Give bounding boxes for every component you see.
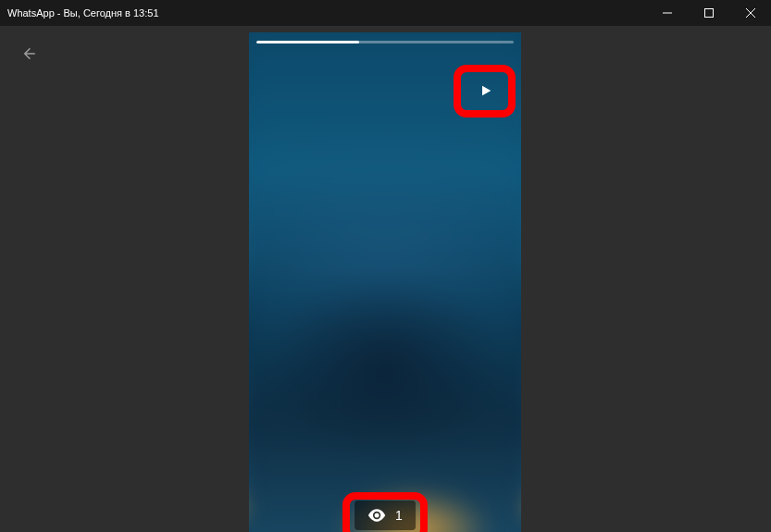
- titlebar: WhatsApp - Вы, Сегодня в 13:51: [0, 0, 771, 26]
- play-button[interactable]: [473, 80, 499, 101]
- svg-rect-1: [704, 9, 713, 18]
- story-viewer[interactable]: 1: [249, 32, 521, 532]
- content-area: 1: [0, 26, 771, 532]
- views-button[interactable]: 1: [354, 501, 416, 530]
- maximize-button[interactable]: [688, 0, 729, 26]
- minimize-button[interactable]: [646, 0, 688, 26]
- story-progress-fill: [256, 41, 359, 43]
- story-progress-track: [256, 41, 514, 43]
- story-image: [249, 32, 521, 532]
- eye-icon: [367, 509, 386, 522]
- play-icon: [479, 83, 493, 98]
- views-count: 1: [395, 508, 403, 523]
- close-button[interactable]: [729, 0, 771, 26]
- window-title: WhatsApp - Вы, Сегодня в 13:51: [7, 7, 159, 19]
- window-controls: [646, 0, 771, 26]
- back-button[interactable]: [19, 43, 41, 65]
